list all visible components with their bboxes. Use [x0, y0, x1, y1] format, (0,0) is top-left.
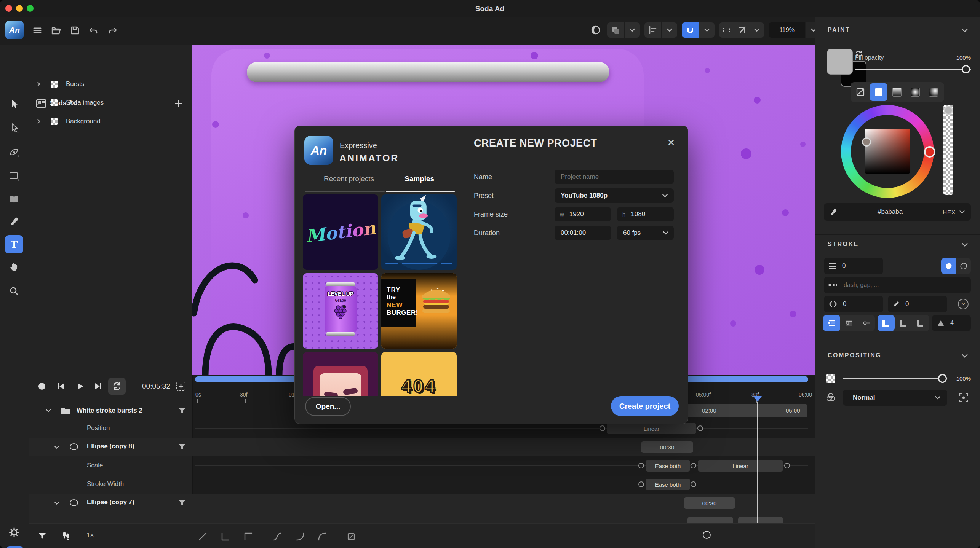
- join-round-button[interactable]: [895, 315, 912, 331]
- chevron-down-icon[interactable]: [961, 27, 969, 34]
- duration-input[interactable]: [555, 229, 607, 237]
- alpha-slider-handle[interactable]: [944, 106, 953, 115]
- layer-opacity-slider-handle[interactable]: [938, 374, 947, 383]
- align-dropdown[interactable]: [662, 22, 677, 38]
- direct-selection-tool[interactable]: [7, 121, 21, 135]
- stroke-align-outside-button[interactable]: [857, 315, 874, 331]
- playback-speed-label[interactable]: 1×: [86, 532, 94, 539]
- easing-hold-start-button[interactable]: [242, 530, 255, 543]
- library-tool[interactable]: [7, 193, 21, 207]
- create-project-button[interactable]: Create project: [611, 396, 679, 416]
- layer-opacity-slider[interactable]: [843, 378, 947, 379]
- easing-hold-end-button[interactable]: [219, 530, 232, 543]
- layer-item-soda-images[interactable]: Soda images: [29, 95, 192, 111]
- filter-icon[interactable]: [178, 499, 186, 507]
- chevron-down-icon[interactable]: [54, 444, 60, 450]
- play-button[interactable]: [73, 379, 87, 393]
- easing-custom-button[interactable]: [345, 530, 358, 543]
- modal-close-button[interactable]: ✕: [663, 134, 679, 151]
- sv-cursor[interactable]: [862, 137, 871, 147]
- paint-radial-gradient-button[interactable]: [906, 83, 924, 101]
- stroke-align-inside-button[interactable]: [823, 315, 840, 331]
- main-menu-button[interactable]: [31, 24, 43, 37]
- traffic-close-button[interactable]: [5, 5, 12, 12]
- chevron-down-icon[interactable]: [959, 209, 966, 215]
- traffic-zoom-button[interactable]: [27, 5, 34, 12]
- playhead-marker[interactable]: [753, 396, 762, 402]
- keyframe-marker[interactable]: [697, 425, 703, 431]
- paint-section-header[interactable]: PAINT: [828, 27, 850, 33]
- theme-contrast-button[interactable]: [588, 22, 603, 38]
- chevron-down-icon[interactable]: [961, 241, 969, 249]
- timeline-group-row[interactable]: White stroke bursts 2: [29, 402, 192, 419]
- frame-height-input[interactable]: [625, 210, 666, 218]
- filter-icon[interactable]: [178, 443, 186, 451]
- clip-duration-bar[interactable]: 00:30: [684, 497, 735, 509]
- join-miter-button[interactable]: [878, 315, 895, 331]
- zoom-level-field[interactable]: 119%: [769, 22, 805, 38]
- easing-segment[interactable]: Linear: [698, 460, 783, 472]
- stroke-section-header[interactable]: STROKE: [828, 241, 859, 248]
- object-row-ellipse-8[interactable]: Ellipse (copy 8) 00:30: [29, 438, 815, 456]
- stroke-align-center-button[interactable]: [840, 315, 857, 331]
- hex-mode-label[interactable]: HEX: [943, 209, 956, 215]
- paint-none-button[interactable]: [852, 83, 869, 101]
- transform-tool-button[interactable]: [734, 22, 750, 38]
- clip-duration-bar[interactable]: [738, 517, 783, 524]
- easing-ease-both-button[interactable]: [271, 530, 284, 543]
- open-project-button[interactable]: Open...: [305, 397, 351, 416]
- paint-texture-button[interactable]: [925, 83, 942, 101]
- easing-segment[interactable]: Ease both: [646, 479, 690, 490]
- saturation-value-square[interactable]: [865, 129, 910, 174]
- easing-ease-out-button[interactable]: [316, 530, 329, 543]
- fill-opacity-slider-handle[interactable]: [962, 65, 970, 73]
- clip-duration-bar[interactable]: [687, 517, 733, 524]
- save-button[interactable]: [69, 24, 81, 37]
- miter-limit-field[interactable]: 4: [932, 315, 971, 331]
- go-to-end-button[interactable]: [91, 379, 105, 393]
- traffic-minimize-button[interactable]: [16, 5, 23, 12]
- chevron-down-icon[interactable]: [54, 500, 60, 506]
- timeline-zoom-slider-handle[interactable]: [703, 531, 711, 539]
- stroke-help-button[interactable]: ?: [958, 299, 969, 309]
- sample-face[interactable]: [303, 352, 378, 396]
- undo-button[interactable]: [88, 24, 100, 37]
- chevron-down-icon[interactable]: [45, 408, 51, 414]
- paint-linear-gradient-button[interactable]: [888, 83, 906, 101]
- easing-segment[interactable]: Linear: [607, 423, 696, 434]
- eyedropper-icon[interactable]: [829, 208, 838, 216]
- layer-item-bursts[interactable]: Bursts: [29, 76, 192, 92]
- sample-burger-ad[interactable]: TRY the NEW BURGER!: [381, 273, 457, 349]
- pen-tool[interactable]: [7, 145, 21, 159]
- loop-toggle-button[interactable]: [108, 378, 126, 395]
- keyframe-marker[interactable]: [784, 463, 790, 468]
- snap-toggle-button[interactable]: [682, 22, 699, 38]
- join-bevel-button[interactable]: [912, 315, 929, 331]
- duration-field[interactable]: [555, 226, 611, 240]
- motion-trail-button[interactable]: [59, 529, 73, 543]
- keyframe-marker[interactable]: [638, 481, 644, 487]
- layer-item-background[interactable]: Background: [29, 113, 192, 129]
- playhead-line[interactable]: [757, 402, 758, 524]
- tab-samples[interactable]: Samples: [404, 175, 434, 183]
- fill-swatch[interactable]: [827, 49, 853, 75]
- blend-mode-dropdown[interactable]: Normal: [843, 390, 947, 406]
- isolate-blending-icon[interactable]: [959, 393, 969, 403]
- redo-button[interactable]: [106, 24, 118, 37]
- eyedropper-tool[interactable]: [7, 214, 21, 229]
- frame-width-input[interactable]: [564, 210, 604, 218]
- app-logo[interactable]: An: [5, 21, 24, 39]
- object-row-ellipse-7[interactable]: Ellipse (copy 7) 00:30: [29, 494, 815, 512]
- filter-layers-button[interactable]: [35, 529, 49, 543]
- go-to-start-button[interactable]: [54, 379, 68, 393]
- chevron-right-icon[interactable]: [36, 81, 42, 87]
- zoom-tool[interactable]: [7, 284, 21, 298]
- hue-cursor[interactable]: [924, 146, 935, 158]
- hex-value[interactable]: #bababa: [838, 208, 943, 216]
- fill-opacity-slider[interactable]: [855, 69, 971, 70]
- layers-panel-button[interactable]: [6, 546, 24, 548]
- align-button[interactable]: [644, 22, 661, 38]
- sample-motion[interactable]: Motion: [303, 194, 378, 270]
- easing-ease-in-button[interactable]: [294, 530, 307, 543]
- open-file-button[interactable]: [50, 24, 62, 37]
